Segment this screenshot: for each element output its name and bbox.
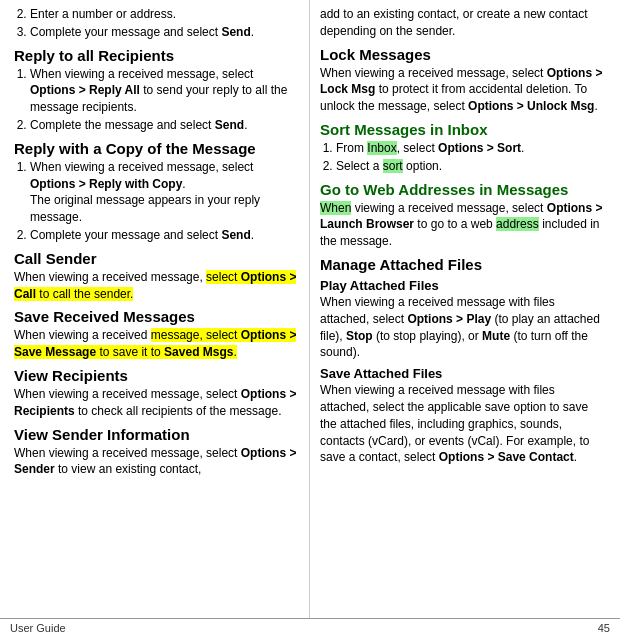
reply-all-list: When viewing a received message, select … bbox=[14, 66, 299, 134]
page: Enter a number or address. Complete your… bbox=[0, 0, 620, 637]
list-item: Select a sort option. bbox=[336, 158, 606, 175]
section-save-messages-heading: Save Received Messages bbox=[14, 308, 299, 325]
view-sender-body: When viewing a received message, select … bbox=[14, 445, 299, 479]
footer-right: 45 bbox=[598, 622, 610, 634]
section-lock-messages-heading: Lock Messages bbox=[320, 46, 606, 63]
intro-list: Enter a number or address. Complete your… bbox=[14, 6, 299, 41]
list-item: Complete the message and select Send. bbox=[30, 117, 299, 134]
section-reply-all-heading: Reply to all Recipients bbox=[14, 47, 299, 64]
list-item: Enter a number or address. bbox=[30, 6, 299, 23]
right-column: add to an existing contact, or create a … bbox=[310, 0, 620, 618]
section-web-addresses-heading: Go to Web Addresses in Messages bbox=[320, 181, 606, 198]
save-messages-body: When viewing a received message, select … bbox=[14, 327, 299, 361]
section-sort-messages-heading: Sort Messages in Inbox bbox=[320, 121, 606, 138]
section-view-recipients-heading: View Recipients bbox=[14, 367, 299, 384]
section-manage-files-heading: Manage Attached Files bbox=[320, 256, 606, 273]
play-files-body: When viewing a received message with fil… bbox=[320, 294, 606, 361]
footer: User Guide 45 bbox=[0, 618, 620, 637]
save-files-body: When viewing a received message with fil… bbox=[320, 382, 606, 466]
list-item: When viewing a received message, select … bbox=[30, 159, 299, 226]
lock-messages-body: When viewing a received message, select … bbox=[320, 65, 606, 115]
left-column: Enter a number or address. Complete your… bbox=[0, 0, 310, 618]
list-item: Complete your message and select Send. bbox=[30, 24, 299, 41]
list-item: From Inbox, select Options > Sort. bbox=[336, 140, 606, 157]
sender-info-cont: add to an existing contact, or create a … bbox=[320, 6, 606, 40]
sort-messages-list: From Inbox, select Options > Sort. Selec… bbox=[320, 140, 606, 175]
view-recipients-body: When viewing a received message, select … bbox=[14, 386, 299, 420]
section-save-files-heading: Save Attached Files bbox=[320, 366, 606, 381]
section-reply-copy-heading: Reply with a Copy of the Message bbox=[14, 140, 299, 157]
call-sender-body: When viewing a received message, select … bbox=[14, 269, 299, 303]
section-view-sender-heading: View Sender Information bbox=[14, 426, 299, 443]
footer-left: User Guide bbox=[10, 622, 66, 634]
web-addresses-body: When viewing a received message, select … bbox=[320, 200, 606, 250]
section-call-sender-heading: Call Sender bbox=[14, 250, 299, 267]
list-item: Complete your message and select Send. bbox=[30, 227, 299, 244]
section-play-files-heading: Play Attached Files bbox=[320, 278, 606, 293]
list-item: When viewing a received message, select … bbox=[30, 66, 299, 116]
reply-copy-list: When viewing a received message, select … bbox=[14, 159, 299, 244]
content-area: Enter a number or address. Complete your… bbox=[0, 0, 620, 618]
